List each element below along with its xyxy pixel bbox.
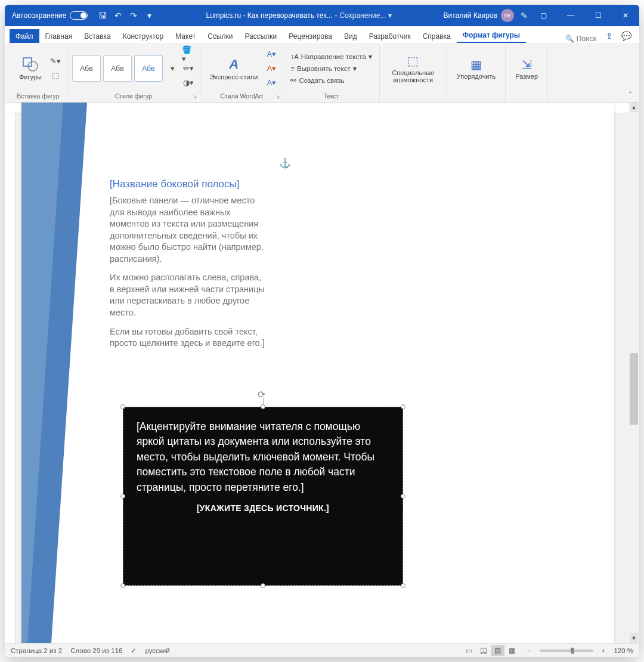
scroll-thumb[interactable] (630, 353, 638, 425)
search-icon: 🔍 (565, 35, 574, 43)
tab-references[interactable]: Ссылки (202, 29, 239, 43)
wordart-styles-button[interactable]: A Экспресс-стили (205, 54, 262, 83)
tab-home[interactable]: Главная (39, 29, 79, 43)
tab-mailings[interactable]: Рассылки (239, 29, 283, 43)
style-thumb-3[interactable]: Абв (134, 55, 163, 82)
maximize-button[interactable]: ☐ (584, 5, 612, 26)
arrange-icon: ▦ (470, 57, 482, 72)
web-layout-icon[interactable]: ▦ (506, 645, 519, 656)
group-label-shapes: Вставка фигур (17, 91, 59, 102)
tab-insert[interactable]: Вставка (78, 29, 117, 43)
tab-layout[interactable]: Макет (169, 29, 202, 43)
style-thumb-1[interactable]: Абв (72, 55, 101, 82)
collapse-ribbon-icon[interactable]: ⌃ (627, 90, 633, 98)
create-link-button[interactable]: ⚯Создать связь (288, 75, 346, 86)
search-box[interactable]: 🔍 Поиск (561, 35, 601, 43)
tab-developer[interactable]: Разработчик (363, 29, 417, 43)
zoom-level[interactable]: 120 % (614, 647, 633, 654)
sidebar-textblock[interactable]: [Название боковой полосы] [Боковые панел… (110, 178, 265, 357)
group-label-wordart: Стили WordArt (220, 91, 262, 102)
text-box-icon[interactable]: ⬚ (49, 69, 62, 82)
comments-button[interactable]: 💬 (619, 29, 633, 43)
search-placeholder: Поиск (577, 35, 596, 43)
ribbon-display-icon[interactable]: ▢ (530, 5, 557, 26)
undo-icon[interactable]: ↶ (113, 10, 123, 21)
handle-ne[interactable] (401, 404, 405, 409)
scrollbar-vertical[interactable]: ▲ ▼ (628, 103, 639, 643)
size-button[interactable]: ⇲ Размер (510, 55, 543, 82)
minimize-button[interactable]: — (557, 5, 584, 26)
avatar[interactable]: ВК (501, 9, 514, 22)
selected-textbox-container[interactable]: ⟳ [Акцентируйте внимание читателя с помо… (123, 407, 403, 586)
styles-more-icon[interactable]: ▾ (166, 62, 179, 75)
scroll-up-icon[interactable]: ▲ (630, 103, 638, 112)
group-arrange: ▦ Упорядочить (447, 45, 506, 102)
align-text-button[interactable]: ≡Выровнять текст ▾ (288, 63, 358, 74)
tab-design[interactable]: Конструктор (117, 29, 169, 43)
handle-se[interactable] (401, 583, 405, 588)
page-status[interactable]: Страница 2 из 2 (11, 647, 62, 654)
size-icon: ⇲ (522, 57, 532, 72)
print-layout-icon[interactable]: ▤ (491, 645, 504, 656)
alt-text-button[interactable]: ⬚ Специальные возможности (385, 51, 442, 86)
edit-shape-icon[interactable]: ✎▾ (49, 55, 62, 68)
handle-e[interactable] (401, 494, 405, 499)
shapes-button[interactable]: Фигуры (14, 54, 47, 83)
language-status[interactable]: русский (145, 647, 169, 654)
handle-s[interactable] (261, 583, 265, 588)
page[interactable]: ⚓ [Название боковой полосы] [Боковые пан… (21, 103, 614, 643)
alt-text-icon: ⬚ (407, 54, 419, 68)
tab-review[interactable]: Рецензирова (283, 29, 338, 43)
link-icon: ⚯ (290, 76, 296, 85)
align-text-icon: ≡ (290, 65, 295, 72)
tab-file[interactable]: Файл (10, 29, 39, 43)
text-fill-icon[interactable]: A▾ (265, 48, 278, 61)
close-button[interactable]: ✕ (612, 5, 639, 26)
handle-w[interactable] (120, 494, 125, 499)
group-a11y: ⬚ Специальные возможности (380, 45, 447, 102)
tab-view[interactable]: Вид (338, 29, 363, 43)
handle-sw[interactable] (120, 583, 125, 588)
text-outline-icon[interactable]: A▾ (265, 62, 278, 75)
autosave-toggle[interactable] (70, 11, 88, 20)
tab-shape-format[interactable]: Формат фигуры (457, 28, 526, 43)
zoom-slider[interactable] (540, 649, 593, 652)
coming-soon-icon[interactable]: ✎ (519, 10, 530, 21)
ruler-vertical[interactable] (5, 113, 16, 643)
shape-fill-icon[interactable]: 🪣▾ (182, 48, 195, 61)
focus-mode-icon[interactable]: ▭ (463, 645, 476, 656)
quote-textbox[interactable]: [Акцентируйте внимание читателя с помощь… (123, 407, 403, 586)
text-effects-icon[interactable]: A▾ (265, 76, 278, 89)
autosave-section: Автосохранение (7, 11, 92, 20)
word-count[interactable]: Слово 29 из 116 (70, 647, 122, 654)
tab-help[interactable]: Справка (417, 29, 457, 43)
shape-effects-icon[interactable]: ◑▾ (182, 76, 195, 89)
handle-n[interactable] (261, 404, 265, 409)
save-icon[interactable]: 🖫 (97, 10, 108, 21)
styles-launcher-icon[interactable]: ↘ (193, 94, 197, 100)
read-mode-icon[interactable]: 🕮 (477, 645, 490, 656)
style-thumb-2[interactable]: Абв (103, 55, 132, 82)
spellcheck-icon[interactable]: ✓ (131, 646, 137, 655)
group-label-text: Текст (323, 91, 339, 102)
statusbar: Страница 2 из 2 Слово 29 из 116 ✓ русски… (5, 643, 639, 657)
shape-outline-icon[interactable]: ✏▾ (182, 62, 195, 75)
user-section[interactable]: Виталий Каиров ВК (438, 9, 519, 22)
qat-more-icon[interactable]: ▾ (144, 10, 154, 21)
wordart-icon: A (229, 57, 239, 72)
document-area: ⚓ [Название боковой полосы] [Боковые пан… (5, 103, 639, 643)
handle-nw[interactable] (120, 404, 125, 409)
arrange-button[interactable]: ▦ Упорядочить (452, 55, 500, 82)
group-text: ↕AНаправление текста ▾ ≡Выровнять текст … (283, 45, 379, 102)
saving-status: Сохранение... (340, 11, 386, 20)
scroll-down-icon[interactable]: ▼ (630, 633, 638, 643)
zoom-in-icon[interactable]: + (602, 647, 606, 654)
text-direction-button[interactable]: ↕AНаправление текста ▾ (288, 51, 374, 62)
group-wordart: A Экспресс-стили A▾ A▾ A▾ Стили WordArt … (200, 45, 283, 102)
wordart-launcher-icon[interactable]: ↘ (275, 94, 280, 100)
share-button[interactable]: ⇪ (602, 29, 617, 43)
zoom-out-icon[interactable]: − (527, 647, 531, 654)
redo-icon[interactable]: ↷ (128, 10, 139, 21)
sidebar-p1: [Боковые панели — отличное место для выв… (110, 195, 265, 265)
sidebar-accent-shape (21, 103, 87, 643)
